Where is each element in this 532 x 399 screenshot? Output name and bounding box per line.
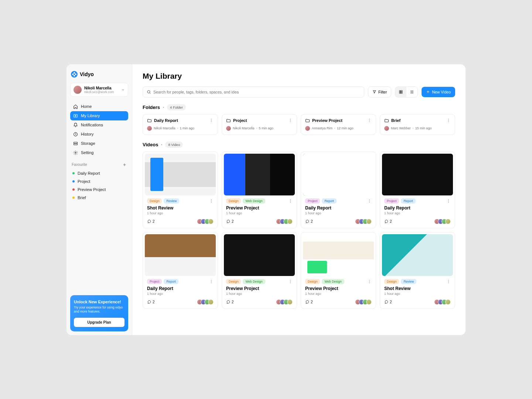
svg-point-15: [369, 119, 370, 120]
tag-report: Report: [164, 279, 178, 284]
video-thumbnail: [224, 234, 295, 276]
brand-name: Vidyo: [80, 71, 94, 77]
page-title: My Library: [143, 72, 455, 81]
user-card[interactable]: Nikoli Marcella nikoli.s41@work.com: [70, 83, 128, 97]
svg-point-44: [448, 282, 449, 283]
add-favourite-icon[interactable]: [122, 163, 127, 167]
folder-card[interactable]: Brief Marc Webber 15 min ago: [380, 114, 455, 135]
svg-rect-2: [74, 144, 78, 145]
more-icon[interactable]: [288, 199, 293, 203]
tag-review: Review: [401, 279, 416, 284]
comment-count[interactable]: 2: [384, 300, 392, 304]
tag-web: Web Design: [322, 279, 344, 284]
more-icon[interactable]: [367, 279, 372, 284]
view-list-button[interactable]: [406, 87, 417, 97]
svg-point-26: [290, 202, 291, 202]
sidebar-item-storage[interactable]: Storage: [70, 139, 128, 148]
video-title: Shot Review: [382, 286, 453, 291]
search-box[interactable]: [143, 86, 364, 98]
comment-icon: [147, 219, 151, 224]
video-card[interactable]: DesignReview Shot Review 1 hour ago 2: [143, 151, 218, 228]
dot-icon: [72, 172, 75, 174]
sidebar-item-notifications[interactable]: Notifications: [70, 120, 128, 130]
owner-avatar: [384, 126, 389, 131]
comment-count[interactable]: 2: [305, 219, 313, 224]
folders-title: Folders: [143, 105, 160, 110]
more-icon[interactable]: [288, 118, 293, 123]
main-content: My Library Filter New Video: [132, 64, 466, 335]
filter-icon: [372, 90, 376, 94]
sidebar-item-library[interactable]: My Library: [70, 111, 128, 120]
favourite-item[interactable]: Project: [70, 177, 128, 185]
video-thumbnail: [224, 154, 295, 195]
video-card[interactable]: DesignReview Shot Review 1 hour ago 2: [380, 232, 455, 309]
folder-card[interactable]: Project Nikoli Marcella 5 min ago: [222, 114, 297, 135]
more-icon[interactable]: [367, 199, 372, 203]
upgrade-subtitle: Try your experience for using vidyo and …: [74, 306, 125, 314]
comment-count[interactable]: 2: [305, 300, 313, 304]
more-icon[interactable]: [209, 199, 214, 203]
svg-point-28: [369, 201, 370, 201]
chevron-down-icon: [121, 88, 125, 92]
avatar: [366, 299, 372, 305]
svg-point-21: [211, 199, 212, 200]
folders-header: Folders 4 Folder: [143, 104, 455, 110]
grid-icon: [399, 90, 403, 94]
videos-grid: DesignReview Shot Review 1 hour ago 2 De…: [143, 151, 455, 309]
comment-count[interactable]: 2: [384, 219, 392, 224]
svg-point-38: [290, 282, 291, 283]
favourite-item[interactable]: Brief: [70, 194, 128, 202]
more-icon[interactable]: [209, 279, 214, 284]
video-card[interactable]: ProjectReport Daily Report 1 hour ago 2: [143, 232, 218, 309]
video-card[interactable]: ProjectReport Daily Report 1 hour ago 2: [380, 151, 455, 228]
tag-design: Design: [384, 279, 399, 284]
more-icon[interactable]: [209, 118, 214, 123]
filter-button[interactable]: Filter: [368, 86, 391, 98]
favourite-item[interactable]: Daily Report: [70, 169, 128, 177]
svg-point-43: [448, 281, 449, 282]
folder-time: 15 min ago: [415, 126, 432, 130]
video-card[interactable]: DesignWeb Design Preview Project 1 hour …: [222, 232, 297, 309]
video-thumbnail: [382, 234, 453, 276]
search-input[interactable]: [153, 90, 360, 94]
sidebar-item-setting[interactable]: Setting: [70, 148, 128, 157]
collaborator-stack: [434, 299, 451, 305]
view-grid-button[interactable]: [395, 87, 406, 97]
plus-icon: [426, 90, 430, 94]
upgrade-plan-button[interactable]: Upgrade Plan: [74, 318, 125, 327]
library-icon: [73, 113, 78, 118]
more-icon[interactable]: [288, 279, 293, 284]
comment-count[interactable]: 2: [147, 219, 155, 224]
folder-card[interactable]: Daily Report Nikoli Marcella 1 min ago: [143, 114, 218, 135]
comment-count[interactable]: 2: [226, 219, 234, 224]
favourite-item[interactable]: Preview Project: [70, 185, 128, 194]
video-card[interactable]: ProjectReport Daily Report 1 hour ago 2: [301, 151, 376, 228]
comment-count[interactable]: 2: [226, 300, 234, 304]
user-name: Nikoli Marcella: [84, 86, 119, 90]
svg-point-37: [290, 281, 291, 282]
collaborator-stack: [197, 299, 214, 305]
new-video-button[interactable]: New Video: [422, 87, 455, 97]
tag-project: Project: [147, 279, 162, 284]
folder-card[interactable]: Preview Project Annastya Rim 12 min ago: [301, 114, 376, 135]
comment-count[interactable]: 2: [147, 300, 155, 304]
more-icon[interactable]: [367, 118, 372, 123]
more-icon[interactable]: [446, 118, 451, 123]
tag-report: Report: [401, 198, 416, 204]
more-icon[interactable]: [446, 199, 451, 203]
video-card[interactable]: DesignWeb Design Preview Project 1 hour …: [301, 232, 376, 309]
svg-point-3: [75, 152, 76, 153]
sidebar-item-history[interactable]: History: [70, 130, 128, 139]
folder-time: 1 min ago: [180, 126, 195, 130]
more-icon[interactable]: [446, 279, 451, 284]
favourite-label: Daily Report: [78, 171, 100, 175]
svg-point-32: [448, 202, 449, 202]
svg-point-17: [369, 122, 370, 122]
svg-point-41: [369, 282, 370, 283]
view-toggle: [395, 86, 418, 98]
sidebar-item-home[interactable]: Home: [70, 102, 128, 111]
sidebar-item-label: History: [81, 132, 93, 136]
video-card[interactable]: DesignWeb Design Preview Project 1 hour …: [222, 151, 297, 228]
svg-point-22: [211, 201, 212, 201]
svg-point-24: [290, 199, 291, 200]
